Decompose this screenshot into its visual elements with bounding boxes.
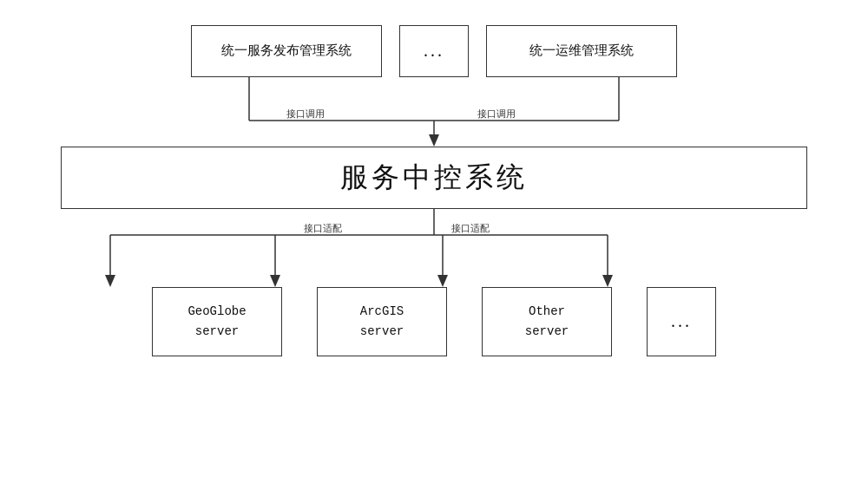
other-label: Otherserver	[525, 302, 569, 341]
other-box: Otherserver	[482, 287, 612, 356]
geoglobe-box: GeoGlobeserver	[152, 287, 282, 356]
svg-marker-8	[105, 275, 115, 287]
svg-marker-14	[602, 275, 613, 287]
svg-marker-4	[429, 134, 439, 147]
svg-marker-12	[437, 275, 448, 287]
arcgis-box: ArcGISserver	[317, 287, 447, 356]
control-label: 服务中控系统	[340, 159, 528, 197]
top-left-connector-label: 接口调用	[286, 108, 325, 119]
dots-top-box: ...	[399, 25, 469, 77]
dots-bottom-label: ...	[671, 311, 692, 331]
lower-right-connector-label: 接口适配	[451, 223, 490, 233]
control-box: 服务中控系统	[61, 147, 807, 209]
lower-connector-area: 接口适配 接口适配	[17, 209, 851, 287]
bottom-row: GeoGlobeserver ArcGISserver Otherserver …	[17, 287, 851, 356]
dots-top-label: ...	[424, 41, 444, 61]
top-connector-svg: 接口调用 接口调用	[17, 77, 851, 147]
ops-label: 统一运维管理系统	[529, 42, 634, 59]
middle-row: 服务中控系统	[17, 147, 851, 209]
top-right-connector-label: 接口调用	[477, 108, 516, 119]
lower-connector-svg: 接口适配 接口适配	[17, 209, 851, 287]
lower-left-connector-label: 接口适配	[304, 223, 342, 233]
top-row: 统一服务发布管理系统 ... 统一运维管理系统	[17, 25, 851, 77]
arcgis-label: ArcGISserver	[360, 302, 404, 341]
svg-marker-10	[270, 275, 280, 287]
dots-bottom-box: ...	[647, 287, 716, 356]
ops-box: 统一运维管理系统	[486, 25, 677, 77]
geoglobe-label: GeoGlobeserver	[187, 302, 246, 341]
architecture-diagram: 统一服务发布管理系统 ... 统一运维管理系统 接口调用 接口调用	[17, 16, 851, 467]
publish-label: 统一服务发布管理系统	[221, 42, 352, 59]
publish-box: 统一服务发布管理系统	[191, 25, 382, 77]
top-connector-area: 接口调用 接口调用	[17, 77, 851, 147]
